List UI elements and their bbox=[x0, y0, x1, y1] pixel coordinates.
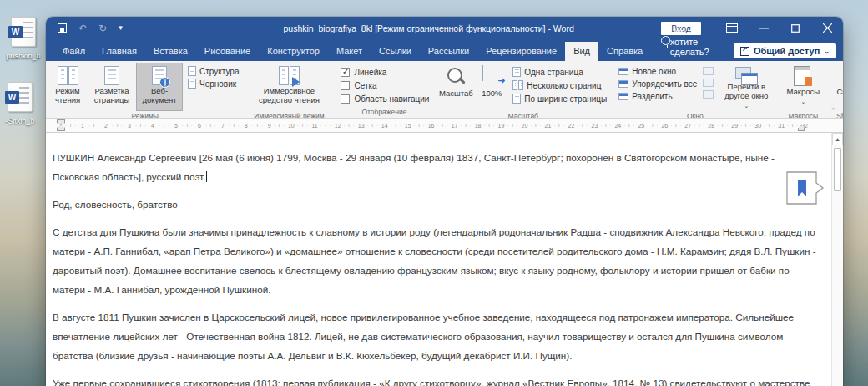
document-paragraph[interactable]: В августе 1811 Пушкин зачислен в Царскос… bbox=[53, 307, 821, 365]
synchronous-scrolling-icon[interactable] bbox=[703, 79, 714, 87]
vertical-scrollbar[interactable]: ▲ bbox=[831, 133, 843, 386]
ruler-tick: 25 bbox=[621, 119, 644, 132]
draft-icon bbox=[188, 79, 196, 89]
ribbon: Режим чтения Разметка страницы Веб-докум… bbox=[46, 61, 843, 119]
print-layout-button[interactable]: Разметка страницы bbox=[88, 63, 136, 111]
ribbon-group-immersive: Иммерсивное средство чтения Иммерсивный … bbox=[244, 61, 334, 118]
draft-view-button[interactable]: Черновик bbox=[188, 79, 239, 89]
ribbon-tab-row: ФайлГлавнаяВставкаРисованиеКонструкторМа… bbox=[46, 39, 843, 61]
ribbon-tab[interactable]: Рисование bbox=[196, 42, 259, 61]
speaker-icon bbox=[292, 77, 305, 87]
minimize-button[interactable] bbox=[748, 17, 780, 39]
desktop: W pushkin_b W -Sitkin_b ↶ ↻ ▾ pushkin_bi… bbox=[0, 0, 868, 386]
ruler-tick: 27 bbox=[668, 119, 691, 132]
ruler-tick: 16 bbox=[411, 119, 435, 132]
arrange-all-button[interactable]: Упорядочить все bbox=[618, 79, 697, 89]
outline-view-button[interactable]: Структура bbox=[188, 66, 239, 76]
immersive-reader-button[interactable]: Иммерсивное средство чтения bbox=[245, 63, 332, 111]
group-label-immersive: Иммерсивный режим bbox=[245, 111, 332, 119]
ribbon-tab[interactable]: Макет bbox=[328, 42, 371, 61]
tell-me-assistant[interactable]: Что вы хотите сделать? bbox=[651, 27, 734, 61]
ribbon-tab[interactable]: Главная bbox=[93, 42, 145, 61]
ribbon-group-window: Новое окно Упорядочить все Разделить bbox=[612, 61, 778, 118]
desktop-icon-word-doc-2[interactable]: W -Sitkin_b bbox=[0, 82, 42, 127]
ruler-tick: 10 bbox=[271, 119, 295, 132]
document-paragraph[interactable]: С детства для Пушкина были значимы прина… bbox=[53, 222, 821, 299]
bookmark-callout[interactable] bbox=[786, 171, 825, 205]
window-compare-icons bbox=[700, 63, 716, 99]
desktop-icon-word-doc-1[interactable]: W pushkin_b bbox=[2, 17, 45, 62]
zoom-100-button[interactable]: 100% bbox=[476, 63, 507, 111]
maximize-button[interactable] bbox=[780, 17, 811, 39]
quick-access-toolbar: ↶ ↻ ▾ bbox=[46, 23, 196, 33]
ruler-tick: 8 bbox=[225, 119, 248, 132]
word-window: ↶ ↻ ▾ pushkin_biografiya_8kl [Режим огра… bbox=[46, 17, 843, 386]
document-paragraph[interactable]: Уже первые сохранившиеся стихотворения (… bbox=[53, 373, 821, 386]
ruler-checkbox[interactable]: Линейка bbox=[341, 68, 429, 77]
ruler-tick: 9 bbox=[248, 119, 271, 132]
ruler-tick: 21 bbox=[527, 119, 551, 132]
properties-button[interactable]: Свойства bbox=[832, 63, 843, 111]
ribbon-tab[interactable]: Вид bbox=[565, 42, 598, 61]
ribbon-group-modes: Режим чтения Разметка страницы Веб-докум… bbox=[46, 61, 244, 118]
save-icon[interactable] bbox=[58, 23, 67, 33]
redo-icon[interactable]: ↻ bbox=[98, 23, 107, 33]
split-icon bbox=[618, 93, 628, 100]
collapse-ribbon-icon[interactable]: ⌃ bbox=[830, 107, 836, 115]
ruler-tick: 17 bbox=[435, 119, 458, 132]
web-layout-button[interactable]: Веб-документ bbox=[136, 63, 183, 111]
ruler-tick: 22 bbox=[551, 119, 574, 132]
ribbon-tab[interactable]: Рассылки bbox=[420, 42, 477, 61]
reset-window-position-icon[interactable] bbox=[703, 90, 714, 99]
page-width-icon bbox=[512, 94, 521, 104]
ruler-tick: 1 bbox=[61, 119, 84, 132]
horizontal-ruler[interactable]: 1234567891011121314151617181920212223242… bbox=[46, 119, 843, 133]
scrollbar-thumb[interactable] bbox=[834, 148, 841, 191]
new-window-button[interactable]: Новое окно bbox=[618, 67, 697, 76]
undo-icon[interactable]: ↶ bbox=[78, 23, 87, 33]
ruler-tick: 24 bbox=[598, 119, 621, 132]
page-width-button[interactable]: По ширине страницы bbox=[512, 94, 607, 104]
ruler-tick: 29 bbox=[714, 119, 738, 132]
page-icon bbox=[104, 66, 119, 85]
switch-windows-button[interactable]: Перейти в другое окно ⌄ bbox=[716, 63, 776, 111]
ribbon-tab[interactable]: Справка bbox=[598, 42, 651, 61]
ruler-tick: 28 bbox=[691, 119, 714, 132]
ribbon-tab[interactable]: Рецензирование bbox=[477, 42, 565, 61]
desktop-icon-label: pushkin_b bbox=[6, 52, 40, 60]
customize-qat-icon[interactable]: ▾ bbox=[119, 24, 123, 32]
multiple-pages-button[interactable]: Несколько страниц bbox=[512, 80, 607, 90]
ruler-tick: 26 bbox=[644, 119, 668, 132]
document-paragraph[interactable]: Род, словесность, братство bbox=[53, 195, 821, 214]
ribbon-tab[interactable]: Конструктор bbox=[259, 42, 328, 61]
document-text: ПУШКИН Александр Сергеевич [26 мая (6 ию… bbox=[46, 133, 843, 386]
document-paragraph[interactable]: ПУШКИН Александр Сергеевич [26 мая (6 ию… bbox=[53, 148, 821, 186]
share-button[interactable]: Общий доступ ⌄ bbox=[734, 43, 836, 58]
arrange-all-icon bbox=[618, 80, 628, 88]
chevron-down-icon: ⌄ bbox=[744, 102, 749, 109]
document-area[interactable]: ПУШКИН Александр Сергеевич [26 мая (6 ию… bbox=[46, 133, 843, 386]
ribbon-group-show: Линейка Сетка Область навигации Отображе… bbox=[334, 61, 434, 118]
read-mode-button[interactable]: Режим чтения bbox=[48, 63, 88, 111]
ruler-tick: 3 bbox=[108, 119, 131, 132]
ruler-tick: 18 bbox=[457, 119, 481, 132]
ruler-tick: 31 bbox=[761, 119, 785, 132]
view-side-by-side-icon[interactable] bbox=[703, 67, 714, 75]
one-page-button[interactable]: Одна страница bbox=[512, 67, 607, 77]
scroll-up-arrow-icon[interactable]: ▲ bbox=[832, 133, 843, 145]
navigation-pane-checkbox[interactable]: Область навигации bbox=[341, 94, 429, 104]
open-book-icon bbox=[58, 66, 78, 85]
ribbon-tab[interactable]: Вставка bbox=[145, 42, 196, 61]
macros-button[interactable]: Макросы ⌄ bbox=[782, 63, 824, 111]
lightbulb-icon bbox=[659, 36, 665, 48]
ribbon-tab[interactable]: Ссылки bbox=[371, 42, 420, 61]
word-doc-icon: W bbox=[11, 17, 36, 47]
split-button[interactable]: Разделить bbox=[618, 92, 697, 101]
close-button[interactable] bbox=[811, 17, 843, 39]
checkbox-icon bbox=[341, 81, 350, 90]
zoom-button[interactable]: Масштаб bbox=[436, 63, 476, 111]
gridlines-checkbox[interactable]: Сетка bbox=[341, 81, 429, 90]
desktop-icon-label: -Sitkin_b bbox=[5, 117, 34, 125]
ribbon-tab[interactable]: Файл bbox=[54, 42, 93, 61]
immersive-reader-icon bbox=[279, 66, 300, 85]
